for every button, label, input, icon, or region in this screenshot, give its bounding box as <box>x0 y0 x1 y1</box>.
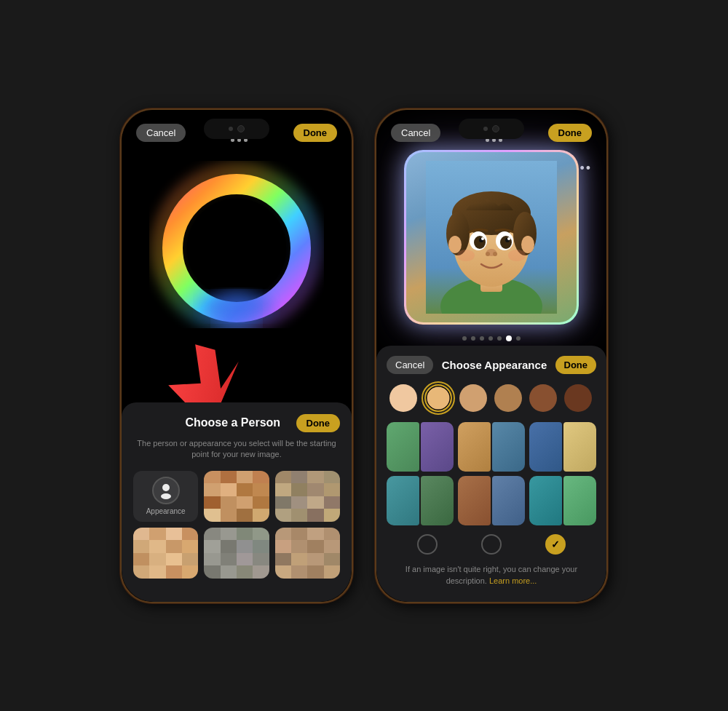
svg-point-27 <box>486 252 490 256</box>
svg-point-2 <box>187 199 286 298</box>
persona-6[interactable] <box>529 476 596 525</box>
phone1-cancel-button[interactable]: Cancel <box>136 124 186 142</box>
grid-row-2 <box>133 528 340 579</box>
person-photo-5[interactable] <box>275 528 340 579</box>
panel-done-button[interactable]: Done <box>555 356 597 374</box>
person-photo-2[interactable] <box>275 471 340 522</box>
power-button-2 <box>606 230 608 295</box>
phone-1: Cancel Done <box>120 108 353 603</box>
phone-2-content: Cancel Done ••• <box>376 110 606 602</box>
footer-learn-more-link[interactable]: Learn more... <box>489 576 537 585</box>
svg-point-21 <box>500 236 512 249</box>
appearance-label: Appearance <box>146 507 186 515</box>
sheet-done-button[interactable]: Done <box>296 414 341 432</box>
svg-point-24 <box>481 237 484 240</box>
donut-svg <box>149 154 324 328</box>
phone1-done-button[interactable]: Done <box>293 124 338 142</box>
radio-option-2[interactable] <box>481 534 502 555</box>
radio-selection-row <box>387 534 596 555</box>
avatar-image <box>406 152 577 322</box>
phone-2-screen: Cancel Done ••• <box>376 110 606 602</box>
svg-point-30 <box>508 250 526 261</box>
bottom-sheet-1: Choose a Person Done The person or appea… <box>122 402 352 602</box>
skin-tone-3[interactable] <box>459 384 487 412</box>
person-svg <box>157 482 175 499</box>
skin-tone-1[interactable] <box>389 384 417 412</box>
indicator-6 <box>506 335 512 341</box>
pixelated-photo-4 <box>204 528 269 579</box>
skin-tone-6[interactable] <box>564 384 592 412</box>
indicator-4 <box>488 336 493 341</box>
phone2-done-button[interactable]: Done <box>548 124 593 142</box>
indicator-2 <box>471 336 475 341</box>
page-indicators <box>462 335 521 341</box>
pixelated-photo-1 <box>204 471 269 522</box>
pixelated-photo-2 <box>275 471 340 522</box>
svg-point-29 <box>457 250 475 261</box>
svg-point-16 <box>448 236 462 253</box>
sheet-title: Choose a Person <box>170 416 296 429</box>
phone-1-content: Cancel Done <box>122 110 352 602</box>
persona-4[interactable] <box>387 476 454 525</box>
svg-point-20 <box>474 236 486 249</box>
power-button <box>352 230 353 295</box>
camera-indicator <box>229 127 233 131</box>
persona-3[interactable] <box>529 422 596 472</box>
appearance-item[interactable]: Appearance <box>133 471 198 522</box>
radio-option-3[interactable] <box>545 534 566 555</box>
avatar-face-svg <box>426 161 557 314</box>
svg-point-5 <box>200 292 273 321</box>
rainbow-donut <box>149 154 324 328</box>
skin-tone-5[interactable] <box>529 384 557 412</box>
indicator-3 <box>480 336 484 341</box>
face-icon <box>152 477 180 504</box>
svg-point-8 <box>161 493 171 499</box>
skin-tone-4[interactable] <box>494 384 522 412</box>
sheet-header: Choose a Person Done <box>133 414 340 432</box>
person-photo-4[interactable] <box>204 528 269 579</box>
persona-1[interactable] <box>387 422 454 472</box>
persona-grid <box>387 422 596 525</box>
panel-header: Cancel Choose Appearance Done <box>387 356 596 374</box>
phone-1-screen: Cancel Done <box>122 110 352 602</box>
phone-2: Cancel Done ••• <box>375 108 608 603</box>
svg-point-7 <box>162 484 170 491</box>
skin-tone-row <box>387 384 596 412</box>
pixelated-photo-5 <box>275 528 340 579</box>
camera-lens-2 <box>492 125 499 132</box>
camera-indicator-2 <box>483 127 488 131</box>
avatar-glow <box>404 150 579 325</box>
camera-lens <box>237 125 245 132</box>
dynamic-island-2 <box>459 119 524 139</box>
indicator-1 <box>462 336 467 341</box>
panel-cancel-button[interactable]: Cancel <box>387 356 433 374</box>
dynamic-island-1 <box>204 119 269 139</box>
radio-option-1[interactable] <box>417 534 438 555</box>
person-photo-3[interactable] <box>133 528 198 579</box>
phone2-cancel-button[interactable]: Cancel <box>391 124 440 142</box>
pixelated-photo-3 <box>133 528 198 579</box>
footer-text: If an image isn't quite right, you can c… <box>387 563 596 587</box>
svg-point-17 <box>521 236 534 253</box>
sheet-subtitle: The person or appearance you select will… <box>133 438 340 461</box>
bottom-panel: Cancel Choose Appearance Done <box>376 346 606 602</box>
skin-tone-2[interactable] <box>424 384 452 412</box>
indicator-5 <box>497 336 502 341</box>
svg-point-28 <box>493 252 497 256</box>
svg-point-25 <box>507 237 510 240</box>
panel-title: Choose Appearance <box>442 359 547 371</box>
persona-2[interactable] <box>458 422 525 472</box>
avatar-container <box>404 150 579 325</box>
grid-row-1: Appearance <box>133 471 340 522</box>
indicator-7 <box>516 336 521 341</box>
persona-5[interactable] <box>458 476 525 525</box>
person-photo-1[interactable] <box>204 471 269 522</box>
